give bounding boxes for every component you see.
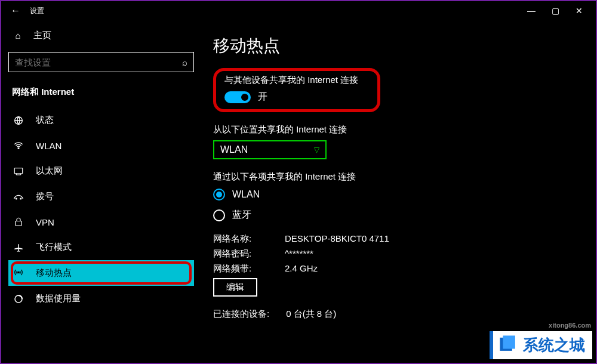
svg-rect-2 (14, 168, 23, 173)
sidebar-item-label: 以太网 (36, 165, 63, 177)
net-pwd-label: 网络密码: (213, 248, 285, 260)
section-title: 网络和 Internet (8, 84, 194, 105)
sidebar-item-airplane[interactable]: 飞行模式 (8, 235, 194, 260)
sidebar-item-label: 移动热点 (36, 267, 72, 279)
status-icon (12, 115, 25, 126)
net-name-value: DESKTOP-8BKICT0 4711 (285, 233, 584, 245)
watermark-text: 系统之城 (523, 335, 585, 356)
wifi-icon (12, 140, 25, 151)
home-icon: ⌂ (12, 30, 24, 41)
network-info: 网络名称: DESKTOP-8BKICT0 4711 网络密码: ^******… (213, 233, 584, 297)
share-via-label: 通过以下各项共享我的 Internet 连接 (213, 171, 584, 183)
nav-list: 状态 WLAN 以太网 拨号 (8, 107, 194, 311)
main-content: 移动热点 与其他设备共享我的 Internet 连接 开 从以下位置共享我的 I… (201, 20, 596, 363)
maximize-button[interactable]: ▢ (543, 6, 567, 16)
home-label: 主页 (33, 30, 51, 41)
search-box[interactable]: ⌕ (8, 52, 194, 72)
back-button[interactable]: ← (6, 5, 25, 16)
share-via-section: 通过以下各项共享我的 Internet 连接 WLAN 蓝牙 (213, 171, 584, 221)
page-title: 移动热点 (213, 35, 584, 57)
sidebar-item-label: 数据使用量 (36, 293, 81, 304)
radio-label: 蓝牙 (232, 209, 251, 221)
radio-label: WLAN (232, 189, 260, 200)
sidebar-item-label: 状态 (36, 115, 54, 126)
svg-rect-5 (16, 221, 22, 226)
title-bar: ← 设置 — ▢ ✕ (1, 1, 596, 20)
sidebar-item-dialup[interactable]: 拨号 (8, 184, 194, 209)
net-band-label: 网络频带: (213, 263, 285, 274)
sidebar-item-wlan[interactable]: WLAN (8, 133, 194, 158)
dropdown-value: WLAN (220, 144, 248, 155)
close-button[interactable]: ✕ (567, 6, 591, 16)
sidebar-item-hotspot[interactable]: 移动热点 (8, 260, 194, 286)
toggle-state-label: 开 (258, 91, 267, 103)
share-from-label: 从以下位置共享我的 Internet 连接 (213, 124, 584, 135)
share-from-dropdown[interactable]: WLAN ▽ (213, 140, 327, 159)
sidebar-item-label: VPN (36, 217, 54, 227)
share-toggle[interactable]: 开 (224, 91, 369, 103)
watermark-url: xitong86.com (549, 322, 591, 329)
watermark: xitong86.com 系统之城 (490, 331, 592, 359)
devices-value: 0 台(共 8 台) (286, 309, 336, 320)
svg-point-3 (16, 198, 17, 199)
chevron-down-icon: ▽ (314, 146, 319, 154)
hotspot-icon (12, 268, 25, 279)
radio-bluetooth[interactable]: 蓝牙 (213, 209, 584, 221)
app-title: 设置 (30, 6, 44, 16)
airplane-icon (12, 242, 25, 253)
edit-button[interactable]: 编辑 (213, 278, 257, 297)
svg-point-1 (18, 148, 19, 149)
dialup-icon (12, 193, 25, 201)
connected-devices: 已连接的设备: 0 台(共 8 台) (213, 309, 584, 320)
sidebar-item-label: 拨号 (36, 191, 54, 202)
devices-label: 已连接的设备: (213, 309, 269, 320)
sidebar-item-label: 飞行模式 (36, 242, 72, 253)
search-icon: ⌕ (182, 57, 187, 67)
share-label: 与其他设备共享我的 Internet 连接 (224, 75, 369, 86)
svg-point-6 (18, 272, 19, 273)
ethernet-icon (12, 166, 25, 177)
search-input[interactable] (15, 57, 182, 67)
toggle-track[interactable] (224, 91, 251, 103)
svg-point-4 (20, 198, 21, 199)
home-link[interactable]: ⌂ 主页 (8, 25, 194, 50)
svg-rect-9 (503, 335, 515, 348)
sidebar-item-status[interactable]: 状态 (8, 107, 194, 133)
net-band-value: 2.4 GHz (285, 263, 584, 274)
radio-icon (213, 209, 225, 221)
sidebar-item-label: WLAN (36, 141, 61, 151)
sidebar: ⌂ 主页 ⌕ 网络和 Internet 状态 WLAN (1, 20, 201, 363)
watermark-logo-icon (498, 334, 518, 354)
radio-icon (213, 189, 225, 200)
sidebar-item-vpn[interactable]: VPN (8, 209, 194, 235)
datausage-icon (12, 294, 25, 304)
net-name-label: 网络名称: (213, 233, 285, 245)
share-toggle-section: 与其他设备共享我的 Internet 连接 开 (213, 68, 380, 112)
net-pwd-value: ^******* (285, 248, 584, 260)
vpn-icon (12, 217, 25, 227)
sidebar-item-ethernet[interactable]: 以太网 (8, 158, 194, 184)
share-from-section: 从以下位置共享我的 Internet 连接 WLAN ▽ (213, 124, 584, 159)
minimize-button[interactable]: — (519, 6, 543, 16)
sidebar-item-datausage[interactable]: 数据使用量 (8, 286, 194, 311)
radio-wlan[interactable]: WLAN (213, 189, 584, 200)
